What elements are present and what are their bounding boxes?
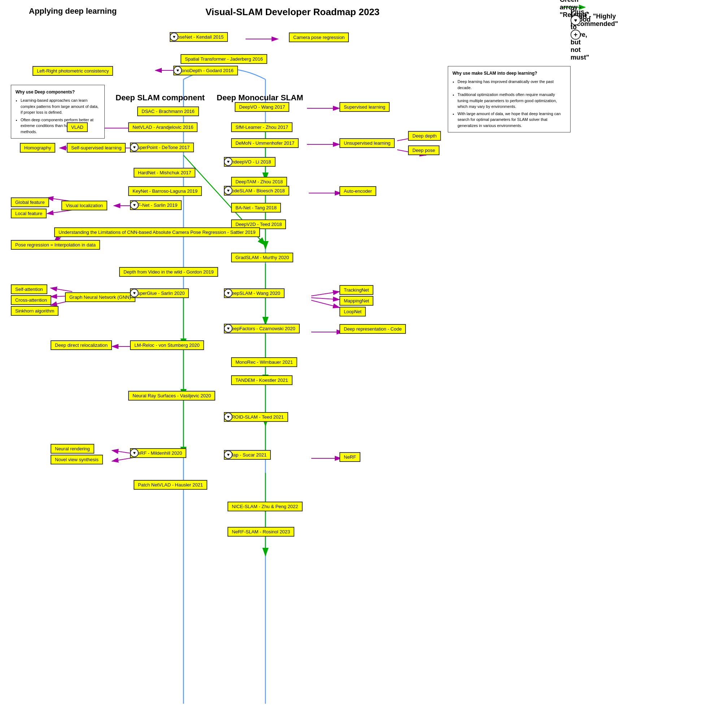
sinkhorn-node: Sinkhorn algorithm: [11, 306, 58, 316]
neural-ray-node: Neural Ray Surfaces - Vasiljevic 2020: [128, 391, 215, 400]
self-attention-node: Self-attention: [11, 284, 47, 294]
pose-regression-node: Pose regression = Interpolation in data: [11, 240, 100, 250]
monodepth-node: MonoDepth - Godard 2016: [173, 66, 238, 76]
deep-depth-node: Deep depth: [408, 131, 441, 141]
homography-node: Homography: [20, 143, 55, 153]
keynet-node: KeyNet - Barroso-Laguna 2019: [128, 186, 202, 196]
mappingnet-node: MappingNet: [339, 296, 373, 306]
hardnet-node: HardNet - Mishchuk 2017: [134, 168, 195, 178]
deepvo-node: DeepVO - Wang 2017: [235, 102, 289, 112]
deepslam-node: DeepSLAM - Wang 2020: [224, 288, 285, 298]
supervised-node: Supervised learning: [339, 102, 390, 112]
unsupervised-node: Unsupervised learning: [339, 138, 395, 148]
banet-node: BA-Net - Tang 2018: [231, 203, 281, 212]
posenet-node: PoseNet - Kendall 2015: [170, 32, 228, 42]
section-left-title: Deep SLAM component: [116, 93, 205, 102]
nerf-out-node: NeRF: [339, 452, 360, 462]
cross-attention-node: Cross-attention: [11, 295, 51, 305]
vlad-node: VLAD: [67, 122, 88, 132]
superpoint-node: SuperPoint - DeTone 2017: [130, 142, 194, 152]
deep-pose-node: Deep pose: [408, 145, 440, 155]
deep-direct-node: Deep direct relocalization: [51, 340, 112, 350]
svg-line-17: [47, 210, 72, 214]
svg-line-21: [311, 300, 339, 307]
lm-reloc-node: LM-Reloc - von Stumberg 2020: [130, 340, 204, 350]
deeptam-node: DeepTAM - Zhou 2018: [231, 177, 287, 187]
tandem-node: TANDEM - Koestler 2021: [231, 375, 293, 385]
deep-repr-node: Deep representation - Code: [339, 324, 406, 334]
self-supervised-node: Self-supervised learning: [67, 143, 126, 153]
neural-rendering-node: Neural rendering: [51, 444, 94, 454]
svg-line-19: [311, 292, 339, 296]
patch-netvlad-node: Patch NetVLAD - Hausler 2021: [134, 480, 207, 490]
nerf-slam-node: NeRF-SLAM - Rosinol 2023: [227, 527, 294, 537]
codeslam-node: CodeSLAM - Bloesch 2018: [224, 186, 289, 196]
depth-video-node: Depth from Video in the wild - Gordon 20…: [119, 267, 218, 277]
infobox-left: Why use Deep components? Learning-based …: [11, 85, 105, 139]
understanding-node: Understanding the Limitations of CNN-bas…: [54, 227, 260, 237]
dsac-node: DSAC - Brachmann 2016: [137, 107, 199, 116]
section-right-title: Deep Monocular SLAM: [217, 93, 303, 102]
local-feature-node: Local feature: [11, 209, 47, 218]
visual-loc-node: Visual localization: [61, 201, 107, 211]
demon-node: DeMoN - Ummenhofer 2017: [231, 138, 299, 148]
nice-slam-node: NICE-SLAM - Zhu & Peng 2022: [227, 501, 303, 511]
loopnet-node: LoopNet: [339, 307, 366, 316]
spatial-node: Spatial Transformer - Jaderberg 2016: [181, 54, 267, 64]
novel-view-node: Novel view synthesis: [51, 455, 103, 464]
global-feature-node: Global feature: [11, 197, 49, 207]
svg-line-20: [311, 298, 339, 300]
infobox-right: Why use make SLAM into deep learning? De…: [448, 66, 571, 132]
gnn-node: Graph Neural Network (GNN): [65, 292, 135, 302]
superglue-node: SuperGlue - Sarlin 2020: [130, 288, 189, 298]
main-title: Visual-SLAM Developer Roadmap 2023: [184, 6, 401, 18]
gradslam-node: GradSLAM - Murthy 2020: [231, 253, 293, 263]
sfm-node: SfM-Learner - Zhou 2017: [231, 122, 293, 132]
trackingnet-node: TrackingNet: [339, 285, 373, 295]
droid-slam-node: DROID-SLAM - Teed 2021: [224, 412, 288, 422]
svg-line-23: [51, 288, 72, 292]
left-right-node: Left-Right photometric consistency: [33, 66, 113, 76]
deepfactors-node: DeepFactors - Czarnowski 2020: [224, 324, 300, 334]
camera-pose-node: Camera pose regression: [289, 33, 349, 42]
netvlad-node: NetVLAD - Arandjelovic 2016: [128, 122, 198, 132]
auto-encoder-node: Auto-encoder: [339, 186, 376, 196]
monorec-node: MonoRec - Wimbauer 2021: [231, 357, 297, 367]
left-subtitle: Applying deep learning: [29, 6, 117, 16]
